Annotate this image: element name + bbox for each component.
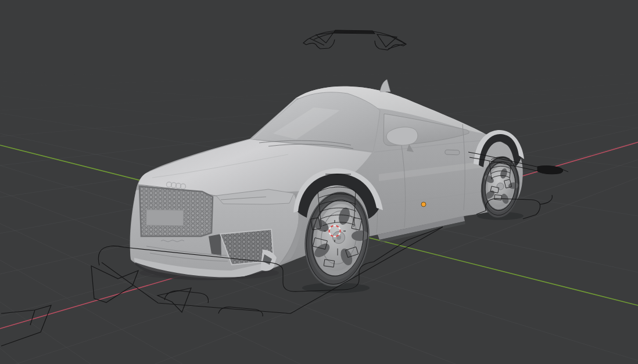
viewport-stage bbox=[0, 0, 638, 364]
door-handle bbox=[445, 150, 460, 155]
blender-3d-viewport[interactable] bbox=[0, 0, 638, 364]
rear-hub bbox=[497, 183, 504, 190]
license-plate bbox=[146, 210, 184, 226]
